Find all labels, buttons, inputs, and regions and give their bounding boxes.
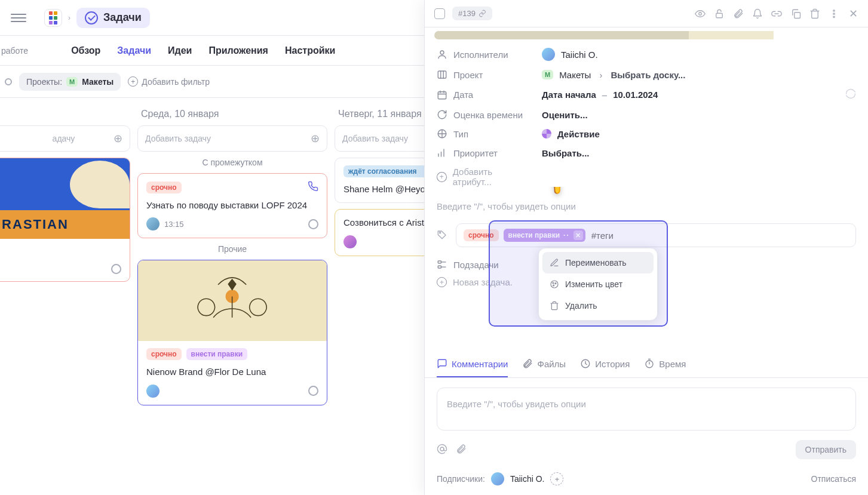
assignee-name: Taiichi O. [561, 50, 598, 60]
tab-overview[interactable]: Обзор [71, 45, 100, 56]
svg-point-20 [440, 447, 444, 451]
link2-icon[interactable] [771, 8, 782, 19]
add-task-label: Добавить задачу [145, 134, 211, 143]
send-button[interactable]: Отправить [796, 440, 856, 459]
task-card[interactable]: срочно внести правки Nienow Brand @Flor … [137, 260, 327, 405]
paperclip-icon[interactable] [733, 8, 744, 19]
estimate-value[interactable]: Оценить... [542, 110, 588, 120]
attr-estimate[interactable]: Оценка времени Оценить... [437, 109, 856, 120]
lock-icon[interactable] [714, 8, 725, 19]
status-circle-icon[interactable] [308, 219, 318, 229]
check-circle-icon [85, 11, 98, 24]
svg-point-14 [555, 283, 556, 284]
attr-priority[interactable]: Приоритет Выбрать... [437, 147, 856, 158]
project-name: Макеты [559, 70, 591, 80]
task-card[interactable]: RASTIAN у project [0, 158, 130, 282]
tags-text-input[interactable] [590, 230, 848, 241]
attr-type[interactable]: Тип Действие [437, 128, 856, 139]
board-column: 0 января Добавить задачу адачу ⊕ RASTIAN… [0, 109, 130, 484]
date-start[interactable]: Дата начала [542, 90, 596, 100]
stopwatch-icon [644, 358, 655, 369]
tag[interactable]: внести правки [186, 348, 247, 360]
comment-editor[interactable]: Введите "/", чтобы увидеть опции [437, 388, 856, 431]
column-title: Среда, 10 января [137, 109, 327, 119]
status-circle-icon[interactable] [308, 386, 318, 396]
filter-project-chip[interactable]: Проекты: М Макеты [19, 73, 121, 91]
calendar-icon [437, 90, 447, 100]
ctab-files[interactable]: Файлы [522, 351, 566, 377]
status-circle-icon[interactable] [111, 264, 121, 274]
comment-actions: Отправить [425, 440, 868, 466]
tags-input-field[interactable]: срочно внести правки ·· ✕ [456, 223, 856, 247]
svg-rect-16 [438, 261, 441, 263]
task-id-text: #139 [458, 9, 476, 18]
add-filter-button[interactable]: + Добавить фильтр [128, 76, 210, 87]
phone-icon [308, 181, 318, 193]
menu-recolor[interactable]: Изменить цвет [542, 273, 654, 295]
edit-icon [550, 258, 559, 268]
attr-assignees[interactable]: Исполнители Taiichi O. [437, 48, 856, 61]
tab-settings[interactable]: Настройки [285, 45, 335, 56]
ctab-history[interactable]: История [580, 351, 630, 377]
eye-icon[interactable] [695, 8, 706, 19]
type-icon [437, 128, 447, 139]
pointer-hand-icon: 👇 [529, 187, 577, 196]
task-card[interactable]: срочно Узнать по поводу выставки LOPF 20… [137, 173, 327, 238]
task-id-chip[interactable]: #139 [452, 7, 492, 20]
svg-point-13 [553, 282, 554, 284]
repeat-icon[interactable] [845, 88, 856, 101]
attr-date[interactable]: Дата Дата начала – 10.01.2024 [437, 88, 856, 101]
svg-point-1 [699, 12, 702, 15]
date-end[interactable]: 10.01.2024 [613, 90, 658, 100]
tab-apps[interactable]: Приложения [208, 45, 268, 56]
board-select[interactable]: Выбрать доску... [611, 70, 685, 80]
card-title: Nienow Brand @Flor De Luna [146, 366, 318, 378]
svg-point-7 [440, 51, 444, 54]
attach-icon[interactable] [456, 444, 467, 456]
filter-label: Проекты: [26, 77, 62, 87]
breadcrumb-current[interactable]: Задачи [76, 8, 150, 28]
svg-point-15 [553, 285, 554, 286]
add-attribute-button[interactable]: +Добавить атрибут... [437, 167, 856, 187]
subscribers-label: Подписчики: [437, 474, 485, 484]
ctab-time[interactable]: Время [644, 351, 686, 377]
attr-project[interactable]: Проект М Макеты › Выбрать доску... [437, 69, 856, 80]
panel-layout-icon[interactable] [434, 8, 445, 19]
section-label: С промежутком [137, 158, 327, 167]
tags-row: срочно внести правки ·· ✕ [437, 223, 856, 247]
tab-ideas[interactable]: Идеи [168, 45, 192, 56]
menu-rename[interactable]: Переименовать [542, 252, 654, 273]
chevron-right-icon: › [67, 14, 72, 22]
plus-circle-icon: + [437, 172, 447, 182]
menu-toggle-icon[interactable] [11, 10, 26, 26]
trash-icon[interactable] [809, 8, 820, 19]
tag[interactable]: срочно [146, 348, 182, 360]
tag[interactable]: срочно [146, 182, 182, 193]
filter-leading-icon [5, 78, 12, 85]
mention-icon[interactable] [437, 444, 447, 456]
page-title: Задачи [103, 11, 142, 24]
remove-tag-icon[interactable]: ✕ [573, 230, 583, 240]
add-subscriber-button[interactable]: + [550, 472, 563, 485]
tag[interactable]: срочно [464, 229, 499, 241]
tab-tasks[interactable]: Задачи [117, 45, 151, 56]
avatar [146, 217, 160, 230]
avatar [542, 48, 555, 61]
svg-point-12 [551, 281, 558, 288]
add-task-button[interactable]: Добавить задачу адачу ⊕ [0, 125, 130, 152]
bell-icon[interactable] [752, 8, 763, 19]
close-icon[interactable]: ✕ [848, 8, 858, 19]
workspace-icon[interactable] [44, 9, 62, 27]
copy-icon[interactable] [790, 8, 801, 19]
unsubscribe-link[interactable]: Отписаться [811, 474, 856, 484]
ctab-comments[interactable]: Комментарии [437, 351, 508, 377]
type-value: Действие [557, 129, 600, 139]
editor-placeholder[interactable]: Введите "/", чтобы увидеть опции [437, 201, 856, 211]
menu-delete[interactable]: Удалить [542, 295, 654, 316]
subtasks-label: Подзадачи [453, 260, 499, 270]
more-icon[interactable] [829, 8, 839, 19]
task-detail-panel: #139 ✕ Исполнители Taiichi O. [424, 0, 868, 495]
priority-value[interactable]: Выбрать... [542, 148, 589, 158]
add-task-button[interactable]: Добавить задачу ⊕ [137, 125, 327, 152]
tag-editing[interactable]: внести правки ·· ✕ [504, 229, 585, 242]
